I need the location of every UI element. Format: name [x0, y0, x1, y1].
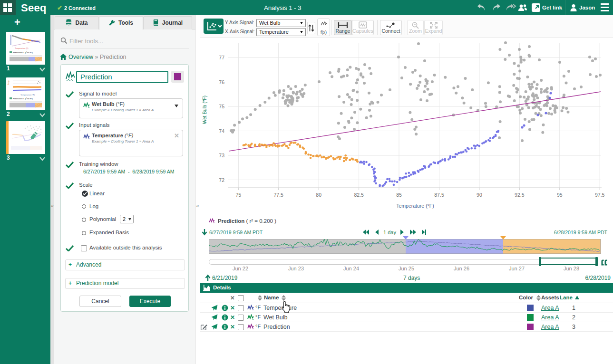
svg-text:85: 85 [396, 192, 402, 198]
svg-text:82.5: 82.5 [354, 192, 364, 198]
svg-text:Prediction 1 (r²=0.97): Prediction 1 (r²=0.97) [13, 97, 33, 100]
svg-text:75: 75 [235, 192, 241, 198]
svg-text:74: 74 [219, 128, 224, 134]
svg-text:77.5: 77.5 [273, 192, 283, 198]
svg-text:Prediction 1 (r²=0.97): Prediction 1 (r²=0.97) [13, 51, 33, 54]
svg-text:90: 90 [477, 192, 482, 198]
svg-text:Temperature (°F): Temperature (°F) [396, 203, 434, 209]
svg-text:73: 73 [219, 153, 224, 158]
svg-text:92.5: 92.5 [515, 192, 525, 198]
svg-text:72: 72 [219, 177, 224, 183]
svg-text:Temp: Temp [7, 80, 10, 85]
svg-text:Temperature (F): Temperature (F) [15, 47, 29, 49]
svg-text:76: 76 [219, 79, 224, 85]
svg-text:Temperature (°F): Temperature (°F) [20, 94, 35, 96]
svg-text:95: 95 [557, 192, 563, 198]
svg-text:75: 75 [219, 104, 224, 109]
svg-text:97.5: 97.5 [595, 192, 605, 198]
svg-text:77: 77 [219, 55, 224, 60]
svg-text:Wet Bulb (°F): Wet Bulb (°F) [202, 96, 207, 124]
svg-text:80: 80 [316, 192, 321, 198]
svg-text:87.5: 87.5 [434, 192, 444, 198]
